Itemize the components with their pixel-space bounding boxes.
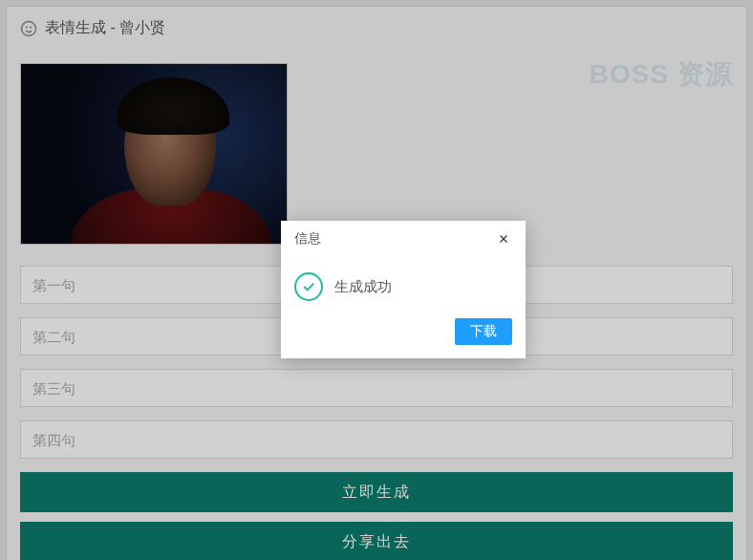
download-button[interactable]: 下载 xyxy=(455,318,512,345)
modal-titlebar: 信息 xyxy=(281,221,526,257)
modal-body: 生成成功 xyxy=(281,257,526,311)
modal-title: 信息 xyxy=(294,230,321,248)
info-modal: 信息 生成成功 下载 xyxy=(281,221,526,358)
close-icon[interactable] xyxy=(495,230,512,248)
modal-footer: 下载 xyxy=(281,311,526,358)
modal-message: 生成成功 xyxy=(334,278,392,296)
success-icon xyxy=(294,272,323,301)
